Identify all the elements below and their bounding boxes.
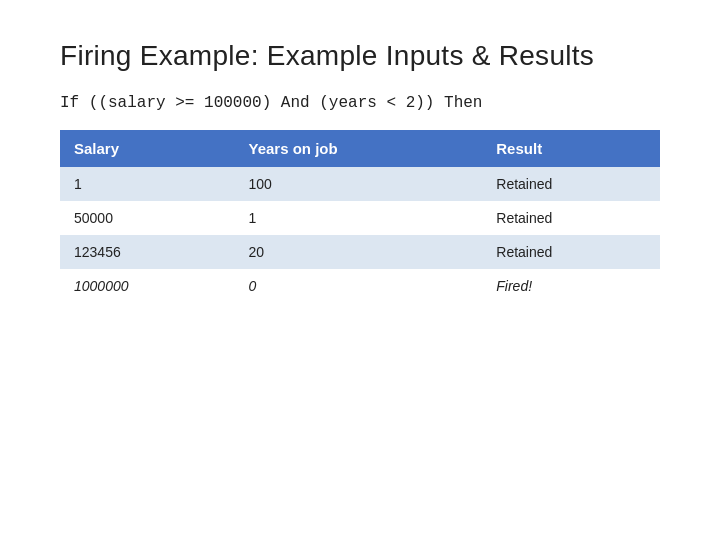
cell-result: Retained bbox=[482, 235, 660, 269]
col-header-salary: Salary bbox=[60, 130, 234, 167]
cell-result: Fired! bbox=[482, 269, 660, 303]
cell-result: Retained bbox=[482, 167, 660, 201]
cell-years: 1 bbox=[234, 201, 482, 235]
results-table: Salary Years on job Result 1100Retained5… bbox=[60, 130, 660, 303]
col-header-years: Years on job bbox=[234, 130, 482, 167]
table-row: 1100Retained bbox=[60, 167, 660, 201]
col-header-result: Result bbox=[482, 130, 660, 167]
page-container: Firing Example: Example Inputs & Results… bbox=[0, 0, 720, 540]
table-row: 10000000Fired! bbox=[60, 269, 660, 303]
table-body: 1100Retained500001Retained12345620Retain… bbox=[60, 167, 660, 303]
cell-salary: 1000000 bbox=[60, 269, 234, 303]
cell-result: Retained bbox=[482, 201, 660, 235]
table-header-row: Salary Years on job Result bbox=[60, 130, 660, 167]
table-row: 500001Retained bbox=[60, 201, 660, 235]
condition-text: If ((salary >= 100000) And (years < 2)) … bbox=[60, 94, 660, 112]
cell-salary: 1 bbox=[60, 167, 234, 201]
page-title: Firing Example: Example Inputs & Results bbox=[60, 40, 660, 72]
cell-salary: 123456 bbox=[60, 235, 234, 269]
cell-salary: 50000 bbox=[60, 201, 234, 235]
cell-years: 20 bbox=[234, 235, 482, 269]
cell-years: 0 bbox=[234, 269, 482, 303]
table-row: 12345620Retained bbox=[60, 235, 660, 269]
cell-years: 100 bbox=[234, 167, 482, 201]
